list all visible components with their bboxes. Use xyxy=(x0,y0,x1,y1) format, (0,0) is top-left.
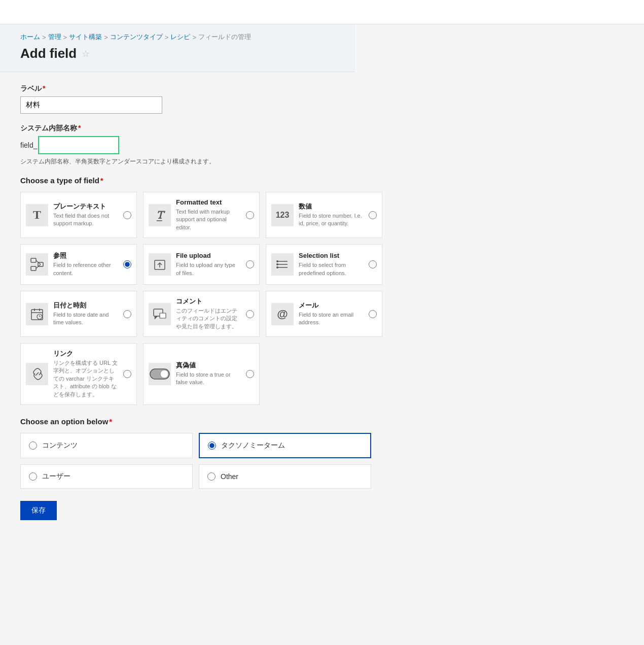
formatted-text-desc: Text field with markup support and optio… xyxy=(176,208,241,231)
boolean-info: 真偽値 Field to store a true or false value… xyxy=(176,361,241,387)
svg-marker-21 xyxy=(155,316,158,319)
selection-list-radio[interactable] xyxy=(369,260,377,268)
boolean-icon xyxy=(149,363,171,385)
breadcrumb-sep-5: > xyxy=(192,33,196,41)
label-required-mark: * xyxy=(43,84,45,92)
comment-name: コメント xyxy=(176,297,241,306)
page-wrapper: ホーム > 管理 > サイト構築 > コンテンツタイプ > レシピ > フィール… xyxy=(0,0,644,645)
breadcrumb-sep-4: > xyxy=(165,33,169,41)
file-upload-radio[interactable] xyxy=(246,260,254,268)
save-btn-row: 保存 xyxy=(20,501,365,520)
field-type-card-file[interactable]: File upload Field to upload any type of … xyxy=(143,244,260,285)
option-card-user[interactable]: ユーザー xyxy=(20,464,193,489)
svg-rect-1 xyxy=(31,266,36,270)
file-upload-info: File upload Field to upload any type of … xyxy=(176,252,241,277)
file-upload-desc: Field to upload any type of files. xyxy=(176,261,241,277)
main-content: ホーム > 管理 > サイト構築 > コンテンツタイプ > レシピ > フィール… xyxy=(0,24,644,532)
email-desc: Field to store an email address. xyxy=(299,311,364,327)
field-type-card-boolean[interactable]: 真偽値 Field to store a true or false value… xyxy=(143,343,260,405)
field-type-card-number[interactable]: 123 数値 Field to store number. I.e. id, p… xyxy=(266,192,382,238)
option-grid: コンテンツ タクソノミーターム ユーザー Ot xyxy=(20,433,365,489)
option-other-radio[interactable] xyxy=(207,472,216,481)
number-desc: Field to store number. I.e. id, price, o… xyxy=(299,212,364,228)
option-content-label: コンテンツ xyxy=(42,441,78,450)
field-type-card-link[interactable]: リンク リンクを構成する URL 文字列と、オプションとしての varchar … xyxy=(20,343,137,405)
field-type-card-plain-text[interactable]: T プレーンテキスト Text field that does not supp… xyxy=(20,192,137,238)
breadcrumb-site[interactable]: サイト構築 xyxy=(69,32,102,42)
formatted-text-radio[interactable] xyxy=(246,211,254,219)
breadcrumb-home[interactable]: ホーム xyxy=(20,32,40,42)
option-taxonomy-radio[interactable] xyxy=(208,442,216,450)
boolean-radio[interactable] xyxy=(246,370,254,378)
breadcrumb-sep-2: > xyxy=(63,33,67,41)
reference-radio[interactable] xyxy=(123,260,131,268)
comment-info: コメント このフィールドはエンティティのコメントの設定や見た目を管理します。 xyxy=(176,297,241,330)
field-type-card-reference[interactable]: 参照 Field to reference other content. xyxy=(20,244,137,285)
save-button[interactable]: 保存 xyxy=(20,501,57,520)
field-type-card-date[interactable]: 日付と時刻 Field to store date and time value… xyxy=(20,291,137,337)
link-name: リンク xyxy=(53,350,118,358)
option-user-label: ユーザー xyxy=(42,472,70,481)
option-content-radio[interactable] xyxy=(29,442,37,450)
number-radio[interactable] xyxy=(369,211,377,219)
date-time-desc: Field to store date and time values. xyxy=(53,311,118,327)
reference-info: 参照 Field to reference other content. xyxy=(53,252,118,277)
options-required-mark: * xyxy=(109,417,112,426)
svg-point-10 xyxy=(276,260,278,262)
comment-desc: このフィールドはエンティティのコメントの設定や見た目を管理します。 xyxy=(176,307,241,330)
option-card-taxonomy[interactable]: タクソノミーターム xyxy=(199,433,371,458)
form-section: ラベル* システム内部名称* field_ システム内部名称、半角英数字とアンダ… xyxy=(0,72,385,532)
selection-list-icon xyxy=(271,253,294,276)
breadcrumb-recipe[interactable]: レシピ xyxy=(170,32,190,42)
field-type-card-formatted[interactable]: T̲ Formatted text Text field with markup… xyxy=(143,192,260,238)
plain-text-radio[interactable] xyxy=(123,211,131,219)
option-taxonomy-label: タクソノミーターム xyxy=(221,441,285,450)
label-input[interactable] xyxy=(20,96,162,114)
number-icon: 123 xyxy=(271,204,294,226)
system-name-input[interactable] xyxy=(38,136,119,154)
page-title: Add field xyxy=(20,46,77,61)
date-time-name: 日付と時刻 xyxy=(53,301,118,310)
field-type-card-email[interactable]: @ メール Field to store an email address. xyxy=(266,291,382,337)
page-title-row: Add field ☆ xyxy=(20,46,335,61)
breadcrumb-sep-3: > xyxy=(104,33,108,41)
breadcrumb-admin[interactable]: 管理 xyxy=(48,32,61,42)
breadcrumb-content-type[interactable]: コンテンツタイプ xyxy=(110,32,163,42)
email-info: メール Field to store an email address. xyxy=(299,301,364,327)
breadcrumb: ホーム > 管理 > サイト構築 > コンテンツタイプ > レシピ > フィール… xyxy=(20,32,335,42)
selection-list-info: Selection list Field to select from pred… xyxy=(299,252,364,277)
selection-list-desc: Field to select from predefined options. xyxy=(299,261,364,277)
system-name-help: システム内部名称、半角英数字とアンダースコアにより構成されます。 xyxy=(20,157,365,166)
plain-text-name: プレーンテキスト xyxy=(53,202,118,211)
email-radio[interactable] xyxy=(369,310,377,318)
formatted-text-info: Formatted text Text field with markup su… xyxy=(176,198,241,231)
field-type-title: Choose a type of field* xyxy=(20,176,365,185)
link-radio[interactable] xyxy=(123,370,131,378)
file-upload-icon xyxy=(149,253,171,276)
date-time-radio[interactable] xyxy=(123,310,131,318)
svg-rect-0 xyxy=(31,258,36,262)
email-icon: @ xyxy=(271,303,294,325)
comment-radio[interactable] xyxy=(246,310,254,318)
field-type-card-selection[interactable]: Selection list Field to select from pred… xyxy=(266,244,382,285)
option-card-other[interactable]: Other xyxy=(199,464,371,489)
star-icon[interactable]: ☆ xyxy=(82,48,90,59)
breadcrumb-sep-1: > xyxy=(42,33,46,41)
email-name: メール xyxy=(299,301,364,310)
number-name: 数値 xyxy=(299,202,364,211)
link-desc: リンクを構成する URL 文字列と、オプションとしての varchar リンクテ… xyxy=(53,359,118,398)
formatted-text-icon: T̲ xyxy=(149,204,171,226)
plain-text-info: プレーンテキスト Text field that does not suppor… xyxy=(53,202,118,228)
system-name-form-group: システム内部名称* field_ システム内部名称、半角英数字とアンダースコアに… xyxy=(20,124,365,166)
comment-icon xyxy=(149,303,171,325)
option-other-label: Other xyxy=(221,472,238,481)
top-bar xyxy=(0,0,644,24)
option-user-radio[interactable] xyxy=(29,472,37,481)
label-field-label: ラベル* xyxy=(20,84,365,93)
reference-desc: Field to reference other content. xyxy=(53,261,118,277)
boolean-desc: Field to store a true or false value. xyxy=(176,371,241,387)
field-type-card-comment[interactable]: コメント このフィールドはエンティティのコメントの設定や見た目を管理します。 xyxy=(143,291,260,337)
boolean-name: 真偽値 xyxy=(176,361,241,370)
option-card-content[interactable]: コンテンツ xyxy=(20,433,193,458)
field-prefix: field_ xyxy=(20,141,37,149)
